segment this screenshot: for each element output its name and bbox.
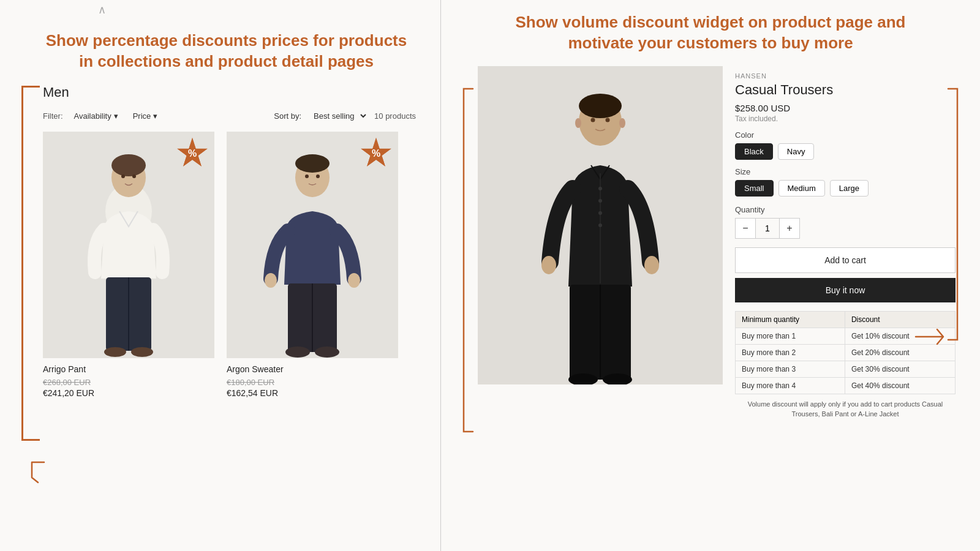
discount-table-row: Buy more than 3Get 30% discount <box>736 361 956 377</box>
color-black-btn[interactable]: Black <box>735 143 773 160</box>
arrow-indicator <box>910 324 946 349</box>
quantity-value: 1 <box>755 219 780 238</box>
svg-point-42 <box>619 118 625 128</box>
sort-label: Sort by: <box>274 111 301 121</box>
svg-point-27 <box>579 94 622 118</box>
svg-point-14 <box>295 154 330 173</box>
color-options: Black Navy <box>735 143 956 160</box>
svg-point-9 <box>132 174 136 178</box>
product-price: $258.00 USD <box>735 103 956 113</box>
main-product-image <box>478 66 723 384</box>
product-original-price-2: €180,00 EUR <box>227 378 398 387</box>
chevron-down-icon: ▾ <box>114 111 118 121</box>
brand-label: HANSEN <box>735 72 956 80</box>
product-discounted-price-1: €241,20 EUR <box>43 388 214 398</box>
svg-point-31 <box>598 211 602 215</box>
svg-point-39 <box>591 118 595 122</box>
add-to-cart-button[interactable]: Add to cart <box>735 247 956 273</box>
size-medium-btn[interactable]: Medium <box>778 180 825 197</box>
left-panel: ∧ Show percentage discounts prices for p… <box>0 0 441 551</box>
product-detail: HANSEN Casual Trousers $258.00 USD Tax i… <box>478 66 956 425</box>
svg-point-21 <box>305 174 309 178</box>
products-count: 10 products <box>374 111 416 121</box>
svg-text:%: % <box>188 148 197 159</box>
chevron-down-icon: ▾ <box>153 111 157 121</box>
svg-point-32 <box>598 223 602 227</box>
discount-col1-header: Minimum quantity <box>736 311 845 328</box>
left-bracket-decoration <box>21 86 40 441</box>
svg-point-34 <box>644 256 659 274</box>
product-name-1: Arrigo Pant <box>43 364 214 374</box>
buy-now-button[interactable]: Buy it now <box>735 278 956 302</box>
right-panel: Show volume discount widget on product p… <box>441 0 980 551</box>
discount-min-qty: Buy more than 3 <box>736 361 845 377</box>
filter-label: Filter: <box>43 111 63 121</box>
svg-point-7 <box>131 347 153 357</box>
quantity-label: Quantity <box>735 205 956 214</box>
quantity-control: − 1 + <box>735 218 800 239</box>
product-info-1: Arrigo Pant €268,00 EUR €241,20 EUR <box>43 358 214 401</box>
svg-point-33 <box>541 256 556 274</box>
quantity-increase-btn[interactable]: + <box>780 219 799 238</box>
discount-min-qty: Buy more than 4 <box>736 377 845 394</box>
product-image-1: % <box>43 132 214 358</box>
svg-text:%: % <box>372 148 380 159</box>
product-discounted-price-2: €162,54 EUR <box>227 388 398 398</box>
product-detail-info: HANSEN Casual Trousers $258.00 USD Tax i… <box>735 66 956 425</box>
right-title: Show volume discount widget on product p… <box>466 12 956 54</box>
discount-min-qty: Buy more than 1 <box>736 328 845 344</box>
size-label: Size <box>735 167 956 176</box>
size-options: Small Medium Large <box>735 180 956 197</box>
discount-min-qty: Buy more than 2 <box>736 344 845 361</box>
volume-note: Volume discount will apply only if you a… <box>735 399 956 419</box>
svg-point-20 <box>315 347 339 358</box>
tax-note: Tax included. <box>735 114 956 123</box>
discount-value: Get 40% discount <box>845 377 955 394</box>
products-grid: % Arrigo Pant €268,00 EUR €241,20 EUR <box>43 132 416 401</box>
svg-point-15 <box>265 273 277 288</box>
availability-filter[interactable]: Availability ▾ <box>70 110 122 122</box>
svg-point-30 <box>598 199 602 203</box>
product-card[interactable]: % Arrigo Pant €268,00 EUR €241,20 EUR <box>43 132 214 401</box>
color-label: Color <box>735 130 956 140</box>
sort-select[interactable]: Best selling <box>307 110 368 122</box>
product-info-2: Argon Sweater €180,00 EUR €162,54 EUR <box>227 358 398 401</box>
chevron-up-icon[interactable]: ∧ <box>98 3 106 17</box>
discount-value: Get 30% discount <box>845 361 955 377</box>
product-image-2: % <box>227 132 398 358</box>
size-small-btn[interactable]: Small <box>735 180 774 197</box>
svg-point-22 <box>316 174 320 178</box>
product-name-2: Argon Sweater <box>227 364 398 374</box>
right-right-bracket <box>945 86 960 343</box>
quantity-decrease-btn[interactable]: − <box>736 219 755 238</box>
svg-point-19 <box>285 347 310 358</box>
svg-point-40 <box>606 118 610 122</box>
price-filter[interactable]: Price ▾ <box>129 110 162 122</box>
bottom-left-arrow <box>26 459 50 484</box>
product-title: Casual Trousers <box>735 82 956 98</box>
right-left-bracket <box>461 86 476 435</box>
svg-point-3 <box>111 154 146 176</box>
discount-table-row: Buy more than 4Get 40% discount <box>736 377 956 394</box>
size-large-btn[interactable]: Large <box>830 180 869 197</box>
product-card[interactable]: % Argon Sweater €180,00 EUR €162,54 EUR <box>227 132 398 401</box>
svg-point-29 <box>598 187 602 190</box>
svg-point-41 <box>575 118 581 128</box>
svg-point-8 <box>121 174 125 178</box>
svg-point-16 <box>348 273 360 288</box>
discount-table: Minimum quantity Discount Buy more than … <box>735 311 956 394</box>
svg-point-6 <box>104 347 126 357</box>
product-original-price-1: €268,00 EUR <box>43 378 214 387</box>
color-navy-btn[interactable]: Navy <box>778 143 815 160</box>
filter-bar: Filter: Availability ▾ Price ▾ Sort by: … <box>43 110 416 122</box>
collection-name: Men <box>43 84 416 100</box>
left-title: Show percentage discounts prices for pro… <box>37 31 416 72</box>
